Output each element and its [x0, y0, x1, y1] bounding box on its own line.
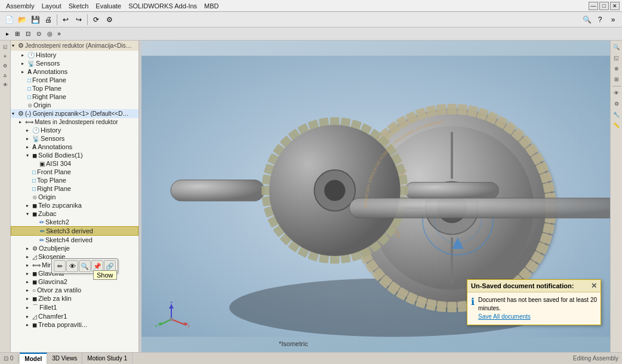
- arrow: ▸: [26, 128, 32, 133]
- icon: ⟺: [25, 119, 33, 125]
- tb-help[interactable]: ?: [594, 14, 606, 26]
- tree-item-top-plane[interactable]: □ Top Plane: [11, 84, 138, 92]
- tb-redo[interactable]: ↪: [73, 14, 85, 26]
- notification-icon: ℹ: [471, 296, 475, 307]
- svg-line-122: [171, 319, 186, 325]
- label: Zleb za klin: [38, 295, 72, 302]
- root-icon: ⚙: [18, 42, 24, 50]
- tree-expand[interactable]: ▸: [2, 29, 12, 39]
- tb-rebuild[interactable]: ⟳: [90, 14, 102, 26]
- arrow: ▸: [26, 279, 32, 285]
- tree-item-right-plane[interactable]: □ Right Plane: [11, 92, 138, 101]
- tree-item-sketch3[interactable]: ✏ Sketch3 derived: [11, 226, 138, 236]
- tb2-btn4[interactable]: ◎: [45, 29, 54, 39]
- tb-undo[interactable]: ↩: [60, 14, 72, 26]
- tb2-btn1[interactable]: ⊞: [13, 29, 22, 39]
- svg-rect-107: [261, 186, 270, 195]
- tree-item-front-plane2[interactable]: □ Front Plane: [11, 168, 138, 176]
- tree-item-otvor[interactable]: ▸ ○ Otvor za vratilo: [11, 286, 138, 294]
- tree-item-zubac[interactable]: ▾ ◼ Zubac: [11, 209, 138, 218]
- notification-save-link[interactable]: Save All documents: [478, 313, 531, 320]
- viewport[interactable]: ANIMACIJA I SIMULACIJE POMOCJU PROGRAMA …: [141, 41, 610, 352]
- tree-item-fillet1[interactable]: ▸ ⌒ Fillet1: [11, 303, 138, 312]
- icon: ○: [32, 287, 36, 294]
- tree-item-right-plane2[interactable]: □ Right Plane: [11, 184, 138, 193]
- svg-rect-75: [171, 180, 264, 201]
- notification-close[interactable]: ✕: [591, 282, 597, 290]
- right-icon-2[interactable]: ◱: [612, 53, 621, 63]
- tree-item-sensors[interactable]: ▸ 📡 Sensors: [11, 59, 138, 67]
- menu-mbd[interactable]: MBD: [201, 0, 222, 11]
- tb-search[interactable]: 🔍: [581, 14, 593, 26]
- right-icon-7[interactable]: 🔧: [612, 110, 621, 119]
- toolbar-sep2: [87, 14, 88, 25]
- tree-item-glavcina2[interactable]: ▸ ◼ Glavcina2: [11, 277, 138, 286]
- label: Front Plane: [37, 168, 71, 175]
- left-icon-displaymanager[interactable]: 👁: [1, 81, 10, 89]
- tree-item-front-plane[interactable]: □ Front Plane: [11, 76, 138, 84]
- right-icon-8[interactable]: 📏: [612, 121, 621, 130]
- tb-more[interactable]: »: [607, 14, 619, 26]
- tree-item-gonji[interactable]: ▾ ⚙ (-) Gonjeni zupcanik<1> (Default<<De…: [11, 109, 138, 118]
- label: Sensors: [41, 135, 64, 142]
- ctx-btn-search[interactable]: 🔍: [79, 260, 91, 272]
- tree-item-origin2[interactable]: ⊕ Origin: [11, 193, 138, 201]
- menu-evaluate[interactable]: Evaluate: [92, 0, 125, 11]
- right-icon-3[interactable]: ⊕: [612, 64, 621, 73]
- tb2-btn2[interactable]: ⊡: [23, 29, 33, 39]
- win-minimize[interactable]: —: [589, 2, 598, 10]
- left-icon-dimxpert[interactable]: Δ: [1, 71, 10, 79]
- svg-point-119: [324, 180, 345, 201]
- tree-item-ozubljenje[interactable]: ▸ ⚙ Ozubljenje: [11, 244, 138, 252]
- tree-item-telo[interactable]: ▸ ◼ Telo zupcanika: [11, 201, 138, 209]
- tree-item-origin[interactable]: ⊕ Origin: [11, 101, 138, 109]
- icon: □: [32, 186, 36, 192]
- show-tooltip: Show: [93, 270, 117, 280]
- label: Annotations: [33, 68, 67, 75]
- tree-item-zleb[interactable]: ▸ ◼ Zleb za klin: [11, 294, 138, 303]
- window-controls: — □ ✕: [587, 2, 620, 10]
- tree-item-sketch2[interactable]: ✏ Sketch2: [11, 218, 138, 226]
- tree-item-history[interactable]: ▸ 🕐 History: [11, 51, 138, 59]
- menu-addins[interactable]: SOLIDWORKS Add-Ins: [125, 0, 201, 11]
- ctx-btn-edit[interactable]: ✏: [54, 260, 66, 272]
- tab-3dviews[interactable]: 3D Views: [47, 353, 82, 364]
- tb-print[interactable]: 🖨: [42, 14, 54, 26]
- arrow: ▸: [26, 254, 32, 260]
- ctx-btn-view[interactable]: 👁: [66, 260, 78, 272]
- left-icon-configmanager[interactable]: ⚙: [1, 61, 10, 70]
- win-restore[interactable]: □: [599, 2, 609, 10]
- tb2-more[interactable]: »: [55, 29, 63, 39]
- tb-options[interactable]: ⚙: [103, 14, 115, 26]
- tb-save[interactable]: 💾: [29, 14, 41, 26]
- right-icon-6[interactable]: ⚙: [612, 99, 621, 109]
- tree-item-aisi[interactable]: ▣ AISI 304: [11, 159, 138, 168]
- label: Origin: [38, 193, 56, 200]
- tb2-btn3[interactable]: ⊙: [34, 29, 44, 39]
- tree-item-top-plane2[interactable]: □ Top Plane: [11, 176, 138, 184]
- tree-item-history2[interactable]: ▸ 🕐 History: [11, 126, 138, 134]
- right-icon-4[interactable]: ⊞: [612, 75, 621, 84]
- tree-item-annotations[interactable]: ▸ A Annotations: [11, 67, 138, 76]
- menu-layout[interactable]: Layout: [38, 0, 65, 11]
- right-icon-1[interactable]: 🔍: [612, 42, 621, 52]
- left-icon-featuretree[interactable]: ◱: [1, 42, 10, 51]
- tree-root[interactable]: ▾ ⚙ Jednostepeni reduktor (Animacija<Dis…: [11, 41, 138, 51]
- tree-item-sensors2[interactable]: ▸ 📡 Sensors: [11, 134, 138, 143]
- right-icon-5[interactable]: 👁: [612, 88, 621, 98]
- win-close[interactable]: ✕: [610, 2, 620, 10]
- left-icon-propertymanager[interactable]: ≡: [1, 52, 10, 60]
- tree-item-solid-bodies[interactable]: ▾ ◼ Solid Bodies(1): [11, 151, 138, 159]
- tab-model[interactable]: Model: [20, 353, 47, 364]
- tb-open[interactable]: 📂: [16, 14, 28, 26]
- svg-marker-129: [169, 304, 174, 309]
- tb-new[interactable]: 📄: [3, 14, 15, 26]
- tree-item-annotations2[interactable]: ▸ A Annotations: [11, 143, 138, 151]
- tree-item-sketch4[interactable]: ✏ Sketch4 derived: [11, 236, 138, 244]
- tree-item-treba-popraviti[interactable]: ▸ ◼ Treba popraviti...: [11, 320, 138, 329]
- tree-item-chamfer1[interactable]: ▸ ◿ Chamfer1: [11, 312, 138, 320]
- tab-motionstudy[interactable]: Motion Study 1: [82, 353, 133, 364]
- menu-assembly[interactable]: Assembly: [2, 0, 38, 11]
- tree-item-mates[interactable]: ▸ ⟺ Mates in Jednostepeni reduktor: [11, 118, 138, 126]
- menu-sketch[interactable]: Sketch: [65, 0, 93, 11]
